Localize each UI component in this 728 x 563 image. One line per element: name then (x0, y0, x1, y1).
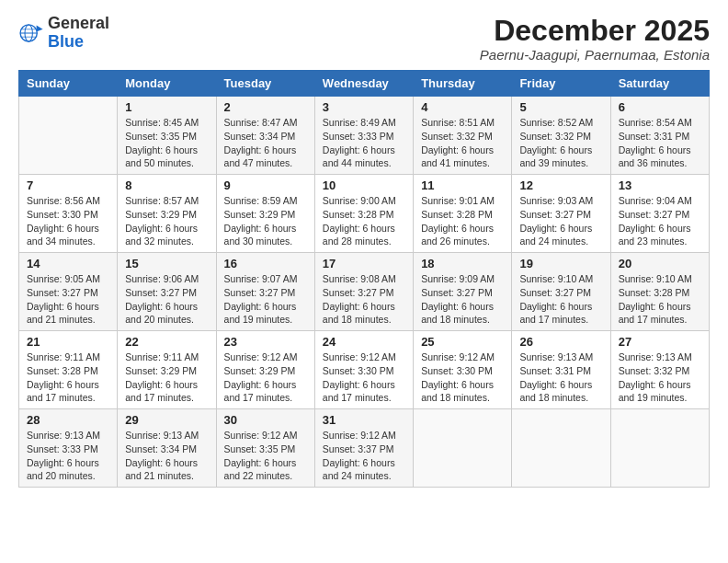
day-info: Sunrise: 8:49 AM Sunset: 3:33 PM Dayligh… (323, 116, 405, 170)
day-info: Sunrise: 8:56 AM Sunset: 3:30 PM Dayligh… (27, 194, 109, 248)
logo-icon (18, 20, 44, 46)
day-info: Sunrise: 8:47 AM Sunset: 3:34 PM Dayligh… (224, 116, 307, 170)
day-info: Sunrise: 9:07 AM Sunset: 3:27 PM Dayligh… (224, 272, 307, 327)
header-wednesday: Wednesday (314, 71, 413, 97)
day-info: Sunrise: 9:06 AM Sunset: 3:27 PM Dayligh… (125, 272, 208, 327)
calendar-cell: 19Sunrise: 9:10 AM Sunset: 3:27 PM Dayli… (512, 253, 610, 331)
day-info: Sunrise: 9:12 AM Sunset: 3:30 PM Dayligh… (421, 350, 504, 405)
calendar-cell: 14Sunrise: 9:05 AM Sunset: 3:27 PM Dayli… (19, 253, 118, 331)
day-info: Sunrise: 9:13 AM Sunset: 3:34 PM Dayligh… (125, 429, 208, 483)
calendar-header-row: SundayMondayTuesdayWednesdayThursdayFrid… (19, 71, 710, 97)
day-info: Sunrise: 9:13 AM Sunset: 3:33 PM Dayligh… (27, 429, 109, 483)
main-title: December 2025 (480, 15, 710, 47)
day-info: Sunrise: 9:12 AM Sunset: 3:29 PM Dayligh… (224, 350, 307, 405)
calendar-cell: 23Sunrise: 9:12 AM Sunset: 3:29 PM Dayli… (216, 331, 314, 409)
day-info: Sunrise: 9:08 AM Sunset: 3:27 PM Dayligh… (323, 272, 405, 327)
day-number: 26 (519, 335, 602, 349)
calendar-cell: 29Sunrise: 9:13 AM Sunset: 3:34 PM Dayli… (118, 409, 216, 488)
calendar-cell: 7Sunrise: 8:56 AM Sunset: 3:30 PM Daylig… (19, 175, 118, 253)
day-info: Sunrise: 9:01 AM Sunset: 3:28 PM Dayligh… (421, 194, 504, 248)
calendar-cell: 20Sunrise: 9:10 AM Sunset: 3:28 PM Dayli… (610, 253, 709, 331)
page-header: General Blue December 2025 Paernu-Jaagup… (18, 15, 710, 63)
day-info: Sunrise: 9:11 AM Sunset: 3:29 PM Dayligh… (125, 350, 208, 405)
calendar-week-row: 1Sunrise: 8:45 AM Sunset: 3:35 PM Daylig… (19, 97, 710, 175)
logo-text: General Blue (48, 15, 109, 52)
day-info: Sunrise: 9:13 AM Sunset: 3:32 PM Dayligh… (619, 350, 701, 405)
logo-general: General (48, 14, 109, 32)
calendar-cell: 2Sunrise: 8:47 AM Sunset: 3:34 PM Daylig… (216, 97, 314, 175)
day-info: Sunrise: 9:12 AM Sunset: 3:30 PM Dayligh… (323, 350, 405, 405)
header-saturday: Saturday (610, 71, 709, 97)
day-number: 5 (519, 100, 602, 114)
calendar-cell: 13Sunrise: 9:04 AM Sunset: 3:27 PM Dayli… (610, 175, 709, 253)
title-block: December 2025 Paernu-Jaagupi, Paernumaa,… (480, 15, 710, 63)
header-friday: Friday (512, 71, 610, 97)
calendar-cell: 10Sunrise: 9:00 AM Sunset: 3:28 PM Dayli… (314, 175, 413, 253)
calendar-cell: 22Sunrise: 9:11 AM Sunset: 3:29 PM Dayli… (118, 331, 216, 409)
calendar-cell (610, 409, 709, 488)
calendar-cell (512, 409, 610, 488)
day-info: Sunrise: 9:13 AM Sunset: 3:31 PM Dayligh… (519, 350, 602, 405)
calendar-week-row: 7Sunrise: 8:56 AM Sunset: 3:30 PM Daylig… (19, 175, 710, 253)
day-number: 16 (224, 257, 307, 270)
day-number: 2 (224, 100, 307, 114)
calendar-cell: 5Sunrise: 8:52 AM Sunset: 3:32 PM Daylig… (512, 97, 610, 175)
calendar-cell: 6Sunrise: 8:54 AM Sunset: 3:31 PM Daylig… (610, 97, 709, 175)
day-info: Sunrise: 9:00 AM Sunset: 3:28 PM Dayligh… (323, 194, 405, 248)
day-info: Sunrise: 9:03 AM Sunset: 3:27 PM Dayligh… (519, 194, 602, 248)
calendar-cell: 16Sunrise: 9:07 AM Sunset: 3:27 PM Dayli… (216, 253, 314, 331)
day-number: 12 (519, 178, 602, 192)
day-number: 7 (27, 178, 109, 192)
day-number: 23 (224, 335, 307, 349)
calendar-cell: 8Sunrise: 8:57 AM Sunset: 3:29 PM Daylig… (118, 175, 216, 253)
logo: General Blue (18, 15, 109, 52)
logo-blue: Blue (48, 32, 84, 51)
calendar-cell: 1Sunrise: 8:45 AM Sunset: 3:35 PM Daylig… (118, 97, 216, 175)
day-number: 25 (421, 335, 504, 349)
day-number: 4 (421, 100, 504, 114)
calendar-cell: 3Sunrise: 8:49 AM Sunset: 3:33 PM Daylig… (314, 97, 413, 175)
header-tuesday: Tuesday (216, 71, 314, 97)
day-number: 17 (323, 257, 405, 270)
calendar-cell: 21Sunrise: 9:11 AM Sunset: 3:28 PM Dayli… (19, 331, 118, 409)
day-number: 31 (323, 413, 405, 427)
calendar-cell: 26Sunrise: 9:13 AM Sunset: 3:31 PM Dayli… (512, 331, 610, 409)
calendar-cell: 9Sunrise: 8:59 AM Sunset: 3:29 PM Daylig… (216, 175, 314, 253)
day-number: 11 (421, 178, 504, 192)
day-info: Sunrise: 9:12 AM Sunset: 3:37 PM Dayligh… (323, 429, 405, 483)
day-number: 29 (125, 413, 208, 427)
day-number: 15 (125, 257, 208, 270)
calendar-cell: 27Sunrise: 9:13 AM Sunset: 3:32 PM Dayli… (610, 331, 709, 409)
day-number: 19 (519, 257, 602, 270)
calendar-week-row: 14Sunrise: 9:05 AM Sunset: 3:27 PM Dayli… (19, 253, 710, 331)
day-info: Sunrise: 9:04 AM Sunset: 3:27 PM Dayligh… (619, 194, 701, 248)
day-info: Sunrise: 9:05 AM Sunset: 3:27 PM Dayligh… (27, 272, 109, 327)
calendar-table: SundayMondayTuesdayWednesdayThursdayFrid… (18, 70, 710, 488)
calendar-cell: 4Sunrise: 8:51 AM Sunset: 3:32 PM Daylig… (414, 97, 512, 175)
calendar-cell: 30Sunrise: 9:12 AM Sunset: 3:35 PM Dayli… (216, 409, 314, 488)
day-number: 3 (323, 100, 405, 114)
calendar-cell: 11Sunrise: 9:01 AM Sunset: 3:28 PM Dayli… (414, 175, 512, 253)
day-number: 8 (125, 178, 208, 192)
day-info: Sunrise: 9:10 AM Sunset: 3:28 PM Dayligh… (619, 272, 701, 327)
day-info: Sunrise: 8:54 AM Sunset: 3:31 PM Dayligh… (619, 116, 701, 170)
day-number: 21 (27, 335, 109, 349)
day-info: Sunrise: 9:12 AM Sunset: 3:35 PM Dayligh… (224, 429, 307, 483)
day-number: 6 (619, 100, 701, 114)
header-sunday: Sunday (19, 71, 118, 97)
calendar-week-row: 21Sunrise: 9:11 AM Sunset: 3:28 PM Dayli… (19, 331, 710, 409)
day-info: Sunrise: 9:09 AM Sunset: 3:27 PM Dayligh… (421, 272, 504, 327)
subtitle: Paernu-Jaagupi, Paernumaa, Estonia (480, 47, 710, 63)
day-info: Sunrise: 8:45 AM Sunset: 3:35 PM Dayligh… (125, 116, 208, 170)
day-number: 24 (323, 335, 405, 349)
day-info: Sunrise: 8:51 AM Sunset: 3:32 PM Dayligh… (421, 116, 504, 170)
calendar-cell: 17Sunrise: 9:08 AM Sunset: 3:27 PM Dayli… (314, 253, 413, 331)
calendar-week-row: 28Sunrise: 9:13 AM Sunset: 3:33 PM Dayli… (19, 409, 710, 488)
calendar-cell: 31Sunrise: 9:12 AM Sunset: 3:37 PM Dayli… (314, 409, 413, 488)
day-info: Sunrise: 9:10 AM Sunset: 3:27 PM Dayligh… (519, 272, 602, 327)
calendar-cell: 12Sunrise: 9:03 AM Sunset: 3:27 PM Dayli… (512, 175, 610, 253)
header-monday: Monday (118, 71, 216, 97)
day-info: Sunrise: 9:11 AM Sunset: 3:28 PM Dayligh… (27, 350, 109, 405)
day-number: 30 (224, 413, 307, 427)
day-info: Sunrise: 8:57 AM Sunset: 3:29 PM Dayligh… (125, 194, 208, 248)
